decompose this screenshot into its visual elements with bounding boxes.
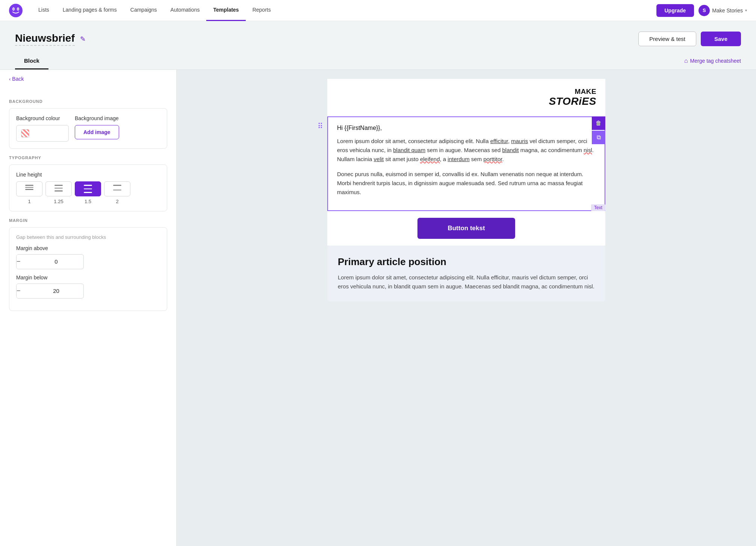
chevron-down-icon: ▾ [745,8,747,12]
logo-stories-text: STORiES [549,96,596,107]
background-options: Background colour Background image Add i… [16,115,160,142]
margin-section-label: MARGIN [9,218,167,223]
tag-icon: ⌂ [684,57,688,64]
line-height-label: Line height [16,172,160,178]
toolbar-left: Nieuwsbrief ✎ [15,32,86,46]
lh-label-1-5: 1.5 [75,199,101,204]
nav-landing-pages[interactable]: Landing pages & forms [56,0,124,21]
sidebar: ‹ Back BACKGROUND Background colour Back… [0,70,177,546]
margin-above-value[interactable] [21,258,84,265]
margin-above-row: Margin above − px + [16,245,160,269]
navigation: Lists Landing pages & forms Campaigns Au… [0,0,756,21]
logo-make-text: MAKE [575,88,596,96]
typography-section-label: TYPOGRAPHY [9,155,167,160]
back-chevron-icon: ‹ [9,76,11,82]
lh-lines-icon [113,185,121,190]
lh-1[interactable] [16,181,42,196]
text-block[interactable]: 🗑 ⧉ ⠿ Hi {{FirstName}}, Lorem ipsum dolo… [327,116,605,211]
nav-right: Upgrade S Make Stories ▾ [656,4,747,17]
article-block: Primary article position Lorem ipsum dol… [327,246,605,302]
margin-below-row: Margin below − px + [16,275,160,299]
lh-lines-icon [25,185,33,190]
bg-colour-input[interactable] [16,125,69,142]
margin-above-decrease[interactable]: − [17,255,21,269]
tabs: Block [15,52,48,69]
sidebar-content: BACKGROUND Background colour Background … [0,85,176,333]
edit-icon[interactable]: ✎ [80,35,86,43]
background-section-label: BACKGROUND [9,99,167,104]
svg-point-0 [9,4,23,17]
margin-card: Gap between this and surrounding blocks … [9,227,167,311]
nav-lists[interactable]: Lists [32,0,56,21]
nav-reports[interactable]: Reports [246,0,278,21]
bg-colour-label: Background colour [16,115,69,121]
color-swatch [21,129,29,137]
margin-below-decrease[interactable]: − [17,284,21,298]
toolbar-right: Preview & test Save [638,32,741,46]
nav-links: Lists Landing pages & forms Campaigns Au… [32,0,656,21]
toolbar: Nieuwsbrief ✎ Preview & test Save [0,21,756,52]
text-block-actions: 🗑 ⧉ [592,116,605,144]
margin-desc: Gap between this and surrounding blocks [16,234,160,240]
lh-label-1-25: 1.25 [45,199,72,204]
nav-templates[interactable]: Templates [206,0,245,21]
margin-below-label: Margin below [16,275,160,281]
margin-below-input: − px + [16,284,84,299]
user-name: Make Stories [712,8,743,14]
drag-handle-icon[interactable]: ⠿ [318,122,323,131]
merge-tag-label: Merge tag cheatsheet [690,58,741,64]
svg-point-4 [18,8,19,9]
text-block-container: 🗑 ⧉ ⠿ Hi {{FirstName}}, Lorem ipsum dolo… [327,116,605,211]
nav-campaigns[interactable]: Campaigns [124,0,164,21]
add-image-button[interactable]: Add image [75,125,119,139]
duplicate-block-button[interactable]: ⧉ [592,131,605,144]
bg-image-label: Background image [75,115,119,121]
page-title: Nieuwsbrief [15,32,75,46]
lh-lines-icon [84,185,92,193]
main-layout: ‹ Back BACKGROUND Background colour Back… [0,70,756,546]
text-type-label: Text [591,204,605,211]
nav-automations[interactable]: Automations [164,0,207,21]
back-label: Back [12,76,24,82]
lh-1-5[interactable] [75,181,101,196]
logo-block: MAKE STORiES [327,79,605,116]
lh-label-2: 2 [104,199,130,204]
paragraph-1: Lorem ipsum dolor sit amet, consectetur … [337,137,596,164]
make-stories-logo: MAKE STORiES [549,88,596,107]
lh-lines-icon [54,185,63,192]
email-cta-button[interactable]: Button tekst [417,218,515,239]
paragraph-2: Donec purus nulla, euismod in semper id,… [337,170,596,197]
svg-point-3 [13,8,14,9]
lh-labels: 1 1.25 1.5 2 [16,199,160,204]
bg-colour-col: Background colour [16,115,69,142]
margin-above-input: − px + [16,254,84,269]
background-card: Background colour Background image Add i… [9,108,167,149]
lh-label-1: 1 [16,199,42,204]
app-logo [9,4,23,17]
back-button[interactable]: ‹ Back [0,70,176,85]
avatar: S [699,5,710,16]
delete-block-button[interactable]: 🗑 [592,116,605,130]
greeting-text: Hi {{FirstName}}, [337,125,596,131]
line-height-options [16,181,160,196]
user-menu[interactable]: S Make Stories ▾ [699,5,747,16]
article-body: Lorem ipsum dolor sit amet, consectetur … [338,273,595,291]
merge-tag-link[interactable]: ⌂ Merge tag cheatsheet [684,52,741,69]
upgrade-button[interactable]: Upgrade [656,4,694,17]
button-block: Button tekst [327,211,605,246]
tab-block[interactable]: Block [15,52,48,69]
canvas-inner: MAKE STORiES 🗑 ⧉ ⠿ Hi {{FirstName}}, Lor… [327,79,605,543]
text-block-content: Hi {{FirstName}}, Lorem ipsum dolor sit … [328,117,605,210]
typography-card: Line height [9,164,167,211]
tabs-row: Block ⌂ Merge tag cheatsheet [0,52,756,70]
margin-below-value[interactable] [21,288,84,294]
email-canvas: MAKE STORiES 🗑 ⧉ ⠿ Hi {{FirstName}}, Lor… [177,70,756,546]
save-button[interactable]: Save [701,32,741,46]
lh-2[interactable] [104,181,130,196]
margin-above-label: Margin above [16,245,160,251]
bg-image-col: Background image Add image [75,115,119,142]
article-title: Primary article position [338,256,595,268]
preview-button[interactable]: Preview & test [638,32,696,46]
lh-1-25[interactable] [45,181,72,196]
